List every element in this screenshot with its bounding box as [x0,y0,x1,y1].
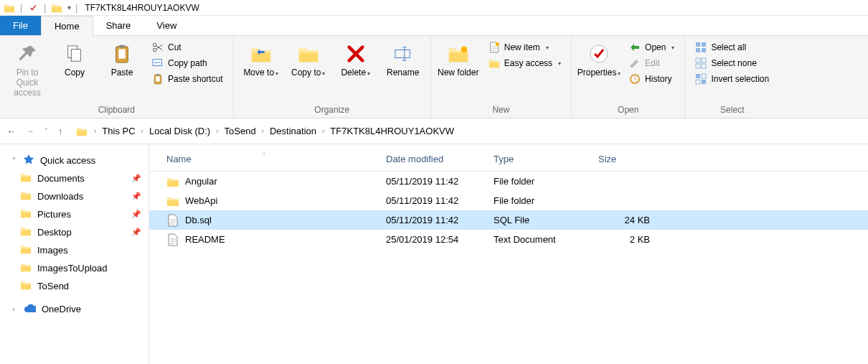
breadcrumb-item[interactable]: ToSend [225,126,256,136]
select-all-button[interactable]: Select all [691,40,773,55]
breadcrumb[interactable]: › This PC› Local Disk (D:)› ToSend› Dest… [71,125,454,138]
rename-button[interactable]: Rename [382,39,425,78]
select-none-icon [695,57,707,69]
column-type[interactable]: Type [486,154,591,164]
copy-path-button[interactable]: Copy path [148,56,227,70]
easy-access-button[interactable]: Easy access▾ [484,56,565,70]
easy-access-icon [489,57,500,69]
invert-selection-button[interactable]: Invert selection [691,72,773,86]
file-size: 2 KB [591,234,660,245]
nav-quick-access[interactable]: ˅ Quick access [3,151,146,169]
table-row[interactable]: WebApi05/11/2019 11:42File folder [149,191,868,210]
svg-rect-24 [702,80,706,84]
copy-to-button[interactable]: Copy to▾ [287,39,330,79]
breadcrumb-item[interactable]: Destination [270,126,316,136]
rename-icon [391,42,415,66]
file-type: Text Document [486,234,591,245]
svg-rect-13 [696,42,700,47]
cut-button[interactable]: Cut [148,40,227,55]
app-icon [3,1,16,14]
column-size[interactable]: Size [591,154,660,164]
folder-icon [20,243,32,257]
open-icon [629,42,641,53]
move-to-icon [249,42,273,66]
window-title: TF7KTK8L4HROUY1AOKVW [82,3,199,13]
svg-rect-23 [696,80,700,84]
column-name[interactable]: ˄Name [149,154,379,164]
nav-item-label: ToSend [37,281,69,291]
tab-file[interactable]: File [0,16,41,35]
edit-button[interactable]: Edit [625,56,679,70]
svg-rect-18 [702,58,706,62]
pin-quick-access-button[interactable]: Pin to Quick access [6,39,49,98]
cloud-icon [23,303,36,315]
tab-view[interactable]: View [143,16,189,35]
nav-item[interactable]: Pictures📌 [3,205,146,223]
history-button[interactable]: History [625,72,679,86]
breadcrumb-item[interactable]: Local Disk (D:) [149,126,210,136]
pin-icon: 📌 [131,210,141,219]
nav-item[interactable]: ImagesToUpload [3,259,146,277]
nav-onedrive[interactable]: › OneDrive [3,301,146,317]
select-none-button[interactable]: Select none [691,56,773,70]
navigation-pane: ˅ Quick access Documents📌Downloads📌Pictu… [0,144,149,364]
file-type: File folder [486,176,591,187]
breadcrumb-root-icon[interactable] [75,125,88,138]
nav-item-label: Pictures [37,209,71,220]
group-organize-label: Organize [240,103,425,116]
breadcrumb-item[interactable]: This PC [102,126,135,136]
back-button[interactable]: ← [7,126,16,136]
copy-path-icon [152,57,164,69]
copy-icon [62,42,87,66]
new-folder-button[interactable]: New folder [437,39,480,78]
open-button[interactable]: Open▾ [625,40,679,55]
file-date: 05/11/2019 11:42 [379,176,486,187]
recent-button[interactable]: ˅ [44,127,48,135]
select-all-icon [695,42,707,53]
table-row[interactable]: README25/01/2019 12:54Text Document2 KB [149,230,868,249]
paste-shortcut-button[interactable]: Paste shortcut [148,72,227,86]
file-type: SQL File [486,215,591,225]
copy-button[interactable]: Copy [53,39,96,78]
group-new: New folder New item▾ Easy access▾ New [431,36,572,118]
svg-point-10 [461,46,467,52]
folder-icon [20,279,32,293]
nav-item[interactable]: Images [3,241,146,259]
paste-button[interactable]: Paste [100,39,143,78]
nav-item[interactable]: Desktop📌 [3,223,146,241]
folder-icon [20,207,32,221]
new-item-icon [489,42,500,53]
svg-rect-22 [702,74,706,78]
group-open-label: Open [577,103,679,116]
paste-icon [110,42,134,66]
file-date: 25/01/2019 12:54 [379,234,486,245]
file-date: 05/11/2019 11:42 [379,195,486,206]
column-headers: ˄Name Date modified Type Size [149,147,868,172]
folder-icon [166,175,179,188]
group-clipboard: Pin to Quick access Copy Paste Cut Copy … [0,36,234,118]
up-button[interactable]: ↑ [58,126,62,136]
paste-shortcut-icon [152,73,164,85]
qat-properties-icon[interactable] [27,1,39,14]
nav-item[interactable]: Downloads📌 [3,187,146,205]
table-row[interactable]: Angular05/11/2019 11:42File folder [149,172,868,191]
svg-rect-19 [696,64,700,68]
delete-button[interactable]: Delete▾ [334,39,377,79]
qat-folder-icon[interactable] [50,1,63,14]
nav-item[interactable]: ToSend [3,277,146,295]
tab-home[interactable]: Home [41,16,93,36]
tab-share[interactable]: Share [93,16,144,35]
breadcrumb-item[interactable]: TF7KTK8L4HROUY1AOKVW [330,126,454,136]
properties-button[interactable]: Properties▾ [577,39,621,79]
nav-item-label: Desktop [37,227,72,238]
table-row[interactable]: Db.sql05/11/2019 11:42SQL File24 KB [149,210,868,230]
column-date[interactable]: Date modified [379,154,486,164]
scissors-icon [152,42,164,53]
forward-button[interactable]: → [26,126,34,136]
group-select-label: Select [691,103,773,116]
move-to-button[interactable]: Move to▾ [240,39,283,79]
nav-item-label: ImagesToUpload [37,263,108,274]
file-name: README [185,234,225,245]
new-item-button[interactable]: New item▾ [484,40,565,55]
nav-item[interactable]: Documents📌 [3,169,146,187]
